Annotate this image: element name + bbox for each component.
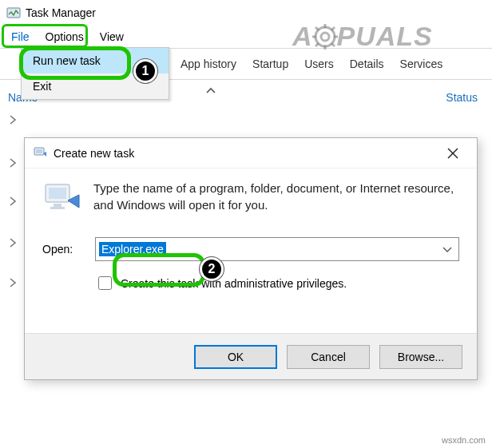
expand-chevron-icon[interactable] [6,233,19,252]
browse-button[interactable]: Browse... [379,345,462,369]
window-titlebar: Task Manager [0,0,492,26]
tabs-row: Run new task Exit App history Startup Us… [0,48,492,80]
menubar: File Options View [0,26,492,48]
tab-startup[interactable]: Startup [244,57,296,70]
column-status[interactable]: Status [446,91,478,104]
tab-services[interactable]: Services [392,57,451,70]
svg-rect-19 [50,207,65,209]
close-button[interactable] [437,141,469,165]
admin-checkbox[interactable] [98,276,112,290]
annotation-badge-2: 2 [200,257,224,281]
dialog-titlebar: Create new task [25,138,477,168]
run-dialog-icon [33,145,47,161]
menu-options[interactable]: Options [38,28,92,46]
dialog-body: Type the name of a program, folder, docu… [25,168,477,292]
tabs: App history Startup Users Details Servic… [173,49,450,79]
task-manager-icon [6,6,21,20]
expand-chevron-icon[interactable] [6,153,19,172]
svg-rect-18 [54,204,62,207]
svg-rect-12 [36,149,42,153]
dialog-title: Create new task [54,147,134,160]
dialog-button-row: OK Cancel Browse... [25,333,477,379]
cancel-button[interactable]: Cancel [287,345,370,369]
svg-rect-17 [49,188,66,199]
menu-file[interactable]: File [3,28,38,46]
close-icon [447,148,458,159]
open-combobox[interactable]: Explorer.exe [95,237,459,261]
expand-chevron-icon[interactable] [6,192,19,211]
open-value: Explorer.exe [99,242,166,256]
annotation-badge-1: 1 [133,59,157,83]
collapse-chevron-icon[interactable] [200,83,222,97]
open-label: Open: [42,243,82,256]
run-prompt-icon [42,180,81,215]
admin-label: Create this task with administrative pri… [121,277,347,290]
tab-users[interactable]: Users [296,57,342,70]
create-new-task-dialog: Create new task Type the name of a progr… [24,137,478,380]
tab-app-history[interactable]: App history [173,57,244,70]
expand-chevron-icon[interactable] [6,110,19,129]
expand-chevron-icon[interactable] [6,273,19,292]
tab-details[interactable]: Details [342,57,392,70]
source-credit: wsxdn.com [442,435,486,445]
chevron-down-icon[interactable] [441,243,454,256]
menu-view[interactable]: View [92,28,132,46]
window-title: Task Manager [26,6,96,19]
ok-button[interactable]: OK [194,345,277,369]
dialog-prompt-text: Type the name of a program, folder, docu… [93,180,459,213]
